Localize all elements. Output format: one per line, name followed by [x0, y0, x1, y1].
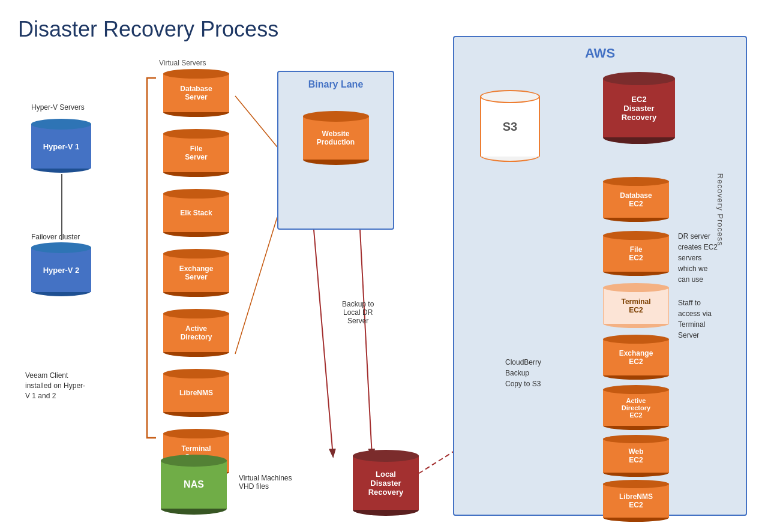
exchange-server-cylinder: ExchangeServer [163, 249, 229, 297]
failover-cluster-label: Failover cluster [31, 233, 80, 241]
svg-line-1 [235, 217, 277, 354]
librenms-cylinder: LibreNMS [163, 369, 229, 417]
web-ec2-cylinder: WebEC2 [603, 435, 669, 477]
elk-stack-cylinder: Elk Stack [163, 189, 229, 237]
terminal-ec2-cylinder: TerminalEC2 [603, 283, 669, 328]
nas-cylinder: NAS [161, 455, 227, 515]
file-server-cylinder: FileServer [163, 129, 229, 177]
staff-label: Staff toaccess viaTerminalServer [678, 297, 712, 341]
veeam-label: Veeam Clientinstalled on Hyper-V 1 and 2 [25, 371, 85, 401]
page-title: Disaster Recovery Process [18, 17, 278, 42]
active-directory-ec2-cylinder: ActiveDirectoryEC2 [603, 385, 669, 430]
svg-line-2 [314, 230, 333, 456]
s3-label: S3 [503, 120, 517, 134]
cloudberry-label: CloudBerryBackupCopy to S3 [505, 357, 541, 389]
hyper-v1-label: Hyper-V 1 [43, 142, 80, 151]
hyper-v-servers-label: Hyper-V Servers [31, 103, 85, 112]
hyper-v1-cylinder: Hyper-V 1 [31, 119, 91, 173]
database-ec2-cylinder: DatabaseEC2 [603, 177, 669, 222]
hyper-v2-cylinder: Hyper-V 2 [31, 242, 91, 296]
aws-label: AWS [585, 46, 615, 61]
active-directory-cylinder: ActiveDirectory [163, 309, 229, 357]
binary-lane-box: Binary Lane WebsiteProduction [277, 71, 394, 230]
db-server-cylinder: DatabaseServer [163, 69, 229, 117]
svg-line-3 [360, 230, 372, 456]
librenms-ec2-cylinder: LibreNMSEC2 [603, 480, 669, 522]
svg-line-0 [235, 96, 277, 147]
nas-label: NAS [184, 479, 204, 490]
dr-server-label: DR servercreates EC2serverswhich wecan u… [678, 231, 718, 285]
exchange-ec2-cylinder: ExchangeEC2 [603, 335, 669, 380]
hyper-v2-label: Hyper-V 2 [43, 266, 80, 275]
local-dr-cylinder: LocalDisasterRecovery [353, 450, 419, 516]
ec2-dr-cylinder: EC2DisasterRecovery [603, 72, 675, 144]
virtual-servers-label: Virtual Servers [159, 59, 206, 67]
file-ec2-cylinder: FileEC2 [603, 231, 669, 276]
s3-cylinder: S3 [480, 90, 540, 162]
virtual-machines-label: Virtual MachinesVHD files [239, 474, 292, 491]
backup-label: Backup toLocal DRServer [342, 300, 374, 325]
binary-lane-label: Binary Lane [308, 79, 364, 90]
